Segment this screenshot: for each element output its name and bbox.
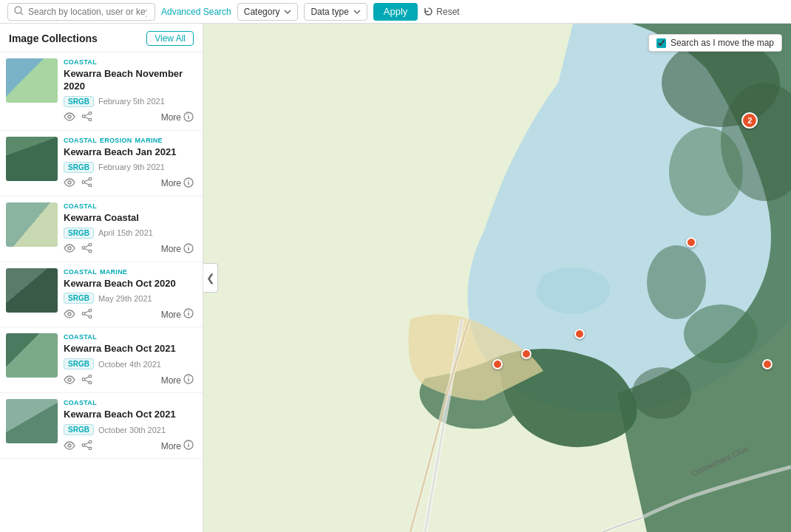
apply-button[interactable]: Apply (373, 3, 418, 21)
item-meta: SRGB October 30th 2021 (64, 424, 194, 435)
item-content: COASTAL Kewarra Beach Oct 2021 SRGB Octo… (64, 399, 194, 452)
svg-point-13 (89, 184, 92, 187)
reset-icon (424, 7, 433, 16)
info-icon (183, 112, 194, 124)
item-content: COASTAL Kewarra Coastal SRGB April 15th … (64, 202, 194, 256)
datatype-dropdown[interactable]: Data type (304, 3, 367, 21)
svg-point-0 (15, 7, 21, 13)
category-dropdown[interactable]: Category (237, 3, 299, 21)
map-collapse-button[interactable]: ❮ (203, 263, 218, 293)
svg-point-22 (89, 250, 92, 253)
collection-item-1[interactable]: COASTAL Kewarra Beach November 2020 SRGB… (0, 52, 203, 131)
more-button[interactable]: More (161, 374, 194, 386)
item-meta: SRGB February 9th 2021 (64, 162, 194, 173)
chevron-down-icon (284, 8, 291, 16)
svg-point-19 (188, 180, 189, 181)
eye-icon[interactable] (64, 243, 75, 255)
svg-point-28 (188, 245, 189, 247)
info-icon (183, 440, 194, 452)
search-box[interactable] (7, 3, 155, 21)
eye-icon[interactable] (64, 177, 75, 189)
item-meta: SRGB April 15th 2021 (64, 228, 194, 239)
svg-line-43 (85, 380, 89, 382)
map-pin-pin-left-low2[interactable] (521, 349, 532, 359)
eye-icon[interactable] (64, 375, 75, 386)
more-button[interactable]: More (161, 440, 194, 452)
item-tag: MARINE (135, 137, 163, 144)
eye-icon[interactable] (64, 440, 75, 452)
item-tag: COASTAL (64, 58, 97, 66)
item-thumbnail (6, 137, 58, 181)
search-as-move-checkbox[interactable] (656, 38, 666, 48)
search-input[interactable] (28, 7, 146, 17)
svg-line-24 (85, 245, 89, 248)
svg-line-16 (85, 183, 89, 185)
svg-line-1 (21, 13, 23, 15)
eye-icon[interactable] (64, 112, 75, 123)
svg-point-3 (89, 112, 92, 115)
advanced-search-button[interactable]: Advanced Search (161, 7, 231, 17)
srgb-badge: SRGB (64, 96, 94, 107)
collection-item-2[interactable]: COASTAL EROSION MARINE Kewarra Beach Jan… (0, 131, 203, 197)
map-pin-pin-left-low[interactable] (492, 359, 503, 369)
item-thumbnail (6, 268, 58, 313)
share-icon[interactable] (81, 243, 92, 255)
share-icon[interactable] (81, 375, 92, 386)
svg-point-10 (188, 114, 189, 115)
srgb-badge: SRGB (64, 162, 94, 173)
info-icon (183, 177, 194, 190)
eye-icon[interactable] (64, 309, 75, 321)
search-icon (14, 6, 24, 18)
more-button[interactable]: More (161, 177, 194, 190)
item-title: Kewarra Beach November 2020 (64, 68, 194, 93)
collection-item-4[interactable]: COASTAL MARINE Kewarra Beach Oct 2020 SR… (0, 262, 203, 328)
chevron-left-icon: ❮ (206, 272, 215, 284)
reset-button[interactable]: Reset (424, 7, 459, 17)
share-icon[interactable] (81, 177, 92, 189)
share-icon[interactable] (81, 112, 92, 123)
map-pin-pin-far-right[interactable] (762, 359, 773, 369)
more-button[interactable]: More (161, 308, 194, 321)
info-icon (183, 243, 194, 256)
share-icon[interactable] (81, 309, 92, 321)
item-tag: COASTAL (64, 268, 97, 276)
sidebar-title: Image Collections (9, 33, 98, 44)
svg-point-31 (89, 316, 92, 318)
search-as-move-control: Search as I move the map (648, 34, 782, 52)
map-pin-cluster-top-right[interactable]: 2 (741, 112, 758, 129)
item-actions: More (64, 374, 194, 386)
svg-point-46 (188, 377, 189, 378)
map-area[interactable]: ❮ Search as I move the map Connemara Clo… (203, 24, 791, 532)
map-pin-pin-right-mid[interactable] (686, 237, 696, 248)
svg-point-37 (188, 311, 189, 313)
item-content: COASTAL EROSION MARINE Kewarra Beach Jan… (64, 137, 194, 190)
svg-point-49 (89, 447, 92, 450)
collection-item-6[interactable]: COASTAL Kewarra Beach Oct 2021 SRGB Octo… (0, 393, 203, 459)
svg-line-6 (85, 114, 89, 116)
svg-line-34 (85, 314, 89, 316)
collection-item-3[interactable]: COASTAL Kewarra Coastal SRGB April 15th … (0, 197, 203, 262)
svg-point-40 (89, 381, 92, 384)
item-content: COASTAL Kewarra Beach November 2020 SRGB… (64, 58, 194, 124)
item-tags: COASTAL (64, 202, 194, 210)
svg-point-29 (68, 313, 71, 316)
item-thumbnail (6, 202, 58, 247)
srgb-badge: SRGB (64, 293, 94, 304)
view-all-button[interactable]: View All (146, 31, 194, 46)
map-svg (203, 24, 791, 532)
item-tag: MARINE (100, 268, 127, 276)
collection-item-5[interactable]: COASTAL Kewarra Beach Oct 2021 SRGB Octo… (0, 327, 203, 393)
map-pin-pin-center[interactable] (574, 329, 585, 339)
sidebar: Image Collections View All COASTAL Kewar… (0, 24, 203, 532)
item-tag: COASTAL (64, 137, 97, 144)
svg-point-48 (89, 440, 92, 443)
svg-point-62 (647, 245, 706, 319)
more-button[interactable]: More (161, 112, 194, 124)
more-button[interactable]: More (161, 243, 194, 256)
info-icon (183, 308, 194, 321)
svg-point-2 (68, 115, 71, 118)
item-content: COASTAL MARINE Kewarra Beach Oct 2020 SR… (64, 268, 194, 321)
svg-point-12 (89, 177, 92, 180)
share-icon[interactable] (81, 440, 92, 452)
main-layout: Image Collections View All COASTAL Kewar… (0, 24, 791, 532)
